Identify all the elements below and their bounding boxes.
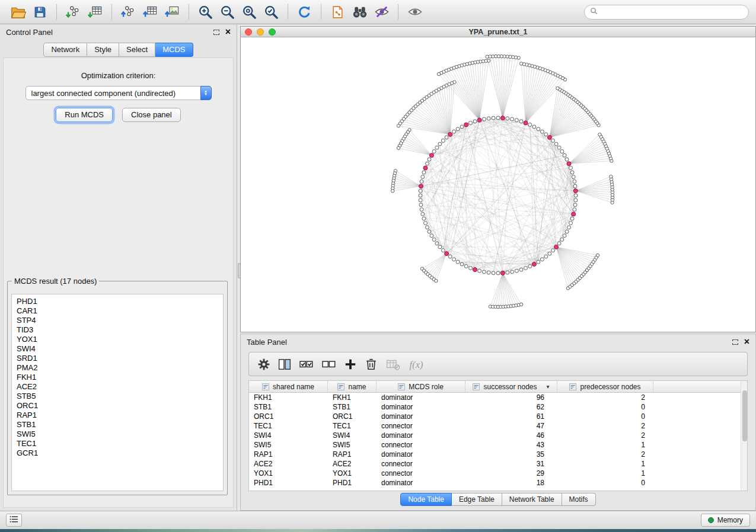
table-tab-motifs[interactable]: Motifs <box>562 493 596 506</box>
table-cell: 2 <box>557 422 653 430</box>
run-mcds-button[interactable]: Run MCDS <box>56 108 113 122</box>
optimization-dropdown[interactable]: largest connected component (undirected)… <box>25 86 212 100</box>
table-row[interactable]: FKH1FKH1dominator962 <box>249 393 741 402</box>
mcds-result-item[interactable]: TID3 <box>17 325 218 335</box>
table-cell: 43 <box>465 441 557 449</box>
tab-select[interactable]: Select <box>119 43 155 57</box>
mcds-result-item[interactable]: PMA2 <box>17 363 218 373</box>
toolbar-separator <box>398 4 398 20</box>
mcds-result-item[interactable]: SRD1 <box>17 354 218 363</box>
network-canvas[interactable] <box>241 37 755 332</box>
mcds-result-item[interactable]: RAP1 <box>17 411 218 420</box>
table-tab-node-table[interactable]: Node Table <box>400 493 452 506</box>
search-network-icon[interactable] <box>349 2 371 21</box>
table-row[interactable]: ORC1ORC1dominator610 <box>249 412 741 421</box>
optimization-dropdown-value: largest connected component (undirected) <box>31 89 176 98</box>
column-header-name[interactable]: name <box>328 381 377 392</box>
traffic-light-zoom[interactable] <box>269 28 276 36</box>
mcds-result-list[interactable]: PHD1CAR1STP4TID3YOX1SWI4SRD1PMA2FKH1ACE2… <box>11 294 224 491</box>
table-cell: connector <box>377 469 465 477</box>
table-cell: TEC1 <box>249 422 328 430</box>
control-panel-title: Control Panel <box>6 28 53 37</box>
zoom-fit-icon[interactable] <box>238 2 260 21</box>
tab-style[interactable]: Style <box>87 43 119 57</box>
mcds-result-item[interactable]: SWI5 <box>17 430 218 439</box>
memory-button[interactable]: Memory <box>701 514 750 527</box>
import-network-icon[interactable] <box>62 2 84 21</box>
zoom-in-icon[interactable] <box>194 2 216 21</box>
mcds-result-item[interactable]: ACE2 <box>17 382 218 392</box>
export-image-icon[interactable] <box>161 2 183 21</box>
table-tab-network-table[interactable]: Network Table <box>502 493 562 506</box>
scrollbar-thumb[interactable] <box>742 390 747 441</box>
table-settings-icon[interactable] <box>256 355 272 373</box>
table-row[interactable]: ACE2ACE2connector311 <box>249 459 741 469</box>
mcds-result-item[interactable]: ORC1 <box>17 401 218 411</box>
table-row[interactable]: RAP1RAP1dominator352 <box>249 450 741 459</box>
mcds-result-item[interactable]: STB5 <box>17 392 218 401</box>
sort-chevron-icon[interactable]: ▾ <box>547 383 550 390</box>
mcds-result-item[interactable]: FKH1 <box>17 373 218 382</box>
tab-network[interactable]: Network <box>43 43 87 57</box>
mcds-result-item[interactable]: SWI4 <box>17 344 218 354</box>
add-column-icon[interactable] <box>343 355 358 373</box>
sort-icon <box>337 383 344 390</box>
network-window-title: YPA_prune.txt_1 <box>241 28 755 36</box>
column-header-MCDS-role[interactable]: MCDS role <box>377 381 465 392</box>
delete-column-icon[interactable] <box>363 355 379 373</box>
mcds-result-item[interactable]: STB1 <box>17 420 218 430</box>
table-cell: 1 <box>557 469 653 477</box>
sort-icon <box>473 383 480 390</box>
traffic-light-close[interactable] <box>245 28 252 36</box>
close-panel-icon[interactable]: × <box>225 27 231 37</box>
select-all-icon[interactable] <box>298 355 315 373</box>
export-table-icon[interactable] <box>139 2 161 21</box>
column-label: name <box>348 383 366 391</box>
float-panel-icon[interactable] <box>213 30 219 35</box>
mcds-result-item[interactable]: PHD1 <box>17 297 218 306</box>
import-table-icon[interactable] <box>84 2 106 21</box>
export-network-icon[interactable] <box>117 2 139 21</box>
search-box[interactable] <box>584 5 749 20</box>
close-table-panel-icon[interactable]: × <box>744 337 749 347</box>
deselect-all-icon[interactable] <box>320 355 337 373</box>
save-session-icon[interactable] <box>29 2 51 21</box>
column-header-predecessor-nodes[interactable]: predecessor nodes <box>557 381 653 392</box>
table-row[interactable]: YOX1YOX1connector291 <box>249 469 741 478</box>
zoom-out-icon[interactable] <box>216 2 238 21</box>
mcds-result-item[interactable]: TEC1 <box>17 439 218 448</box>
menu-button[interactable] <box>6 514 22 527</box>
mcds-result-item[interactable]: CAR1 <box>17 306 218 316</box>
table-cell: SWI5 <box>249 441 328 449</box>
mcds-result-item[interactable]: GCR1 <box>17 448 218 458</box>
close-panel-button[interactable]: Close panel <box>122 108 181 122</box>
table-tab-edge-table[interactable]: Edge Table <box>452 493 502 506</box>
table-cell: 1 <box>557 460 653 468</box>
search-input[interactable] <box>601 8 743 16</box>
table-cell: RAP1 <box>328 450 377 459</box>
column-header-shared-name[interactable]: shared name <box>249 381 328 392</box>
table-row[interactable]: SWI5SWI5connector431 <box>249 440 741 450</box>
tab-mcds[interactable]: MCDS <box>155 43 193 57</box>
traffic-light-minimize[interactable] <box>257 28 264 36</box>
show-columns-icon[interactable] <box>277 355 292 373</box>
apply-layout-icon[interactable] <box>294 2 315 21</box>
desktop-wallpaper <box>0 529 756 532</box>
show-all-icon[interactable] <box>404 2 426 21</box>
table-row[interactable]: STB1STB1dominator620 <box>249 402 741 412</box>
float-table-panel-icon[interactable] <box>732 339 738 345</box>
mcds-result-item[interactable]: STP4 <box>17 316 218 325</box>
table-cell: dominator <box>377 431 465 440</box>
zoom-selected-icon[interactable] <box>260 2 282 21</box>
table-scrollbar[interactable] <box>741 381 747 491</box>
mcds-result-item[interactable]: YOX1 <box>17 335 218 344</box>
copy-network-icon[interactable] <box>327 2 349 21</box>
open-session-icon[interactable] <box>7 2 29 21</box>
column-label: shared name <box>273 383 314 391</box>
table-row[interactable]: PHD1PHD1dominator180 <box>249 478 741 488</box>
table-row[interactable]: TEC1TEC1connector472 <box>249 421 741 431</box>
hide-selected-icon[interactable] <box>371 2 393 21</box>
table-row[interactable]: SWI4SWI4dominator462 <box>249 431 741 440</box>
network-graph[interactable] <box>241 37 755 332</box>
column-header-successor-nodes[interactable]: successor nodes▾ <box>465 381 557 392</box>
